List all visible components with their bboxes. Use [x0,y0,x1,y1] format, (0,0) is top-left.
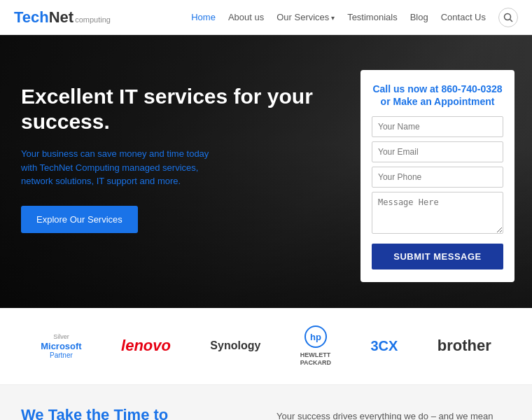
synology-logo: Synology [210,340,260,352]
form-title-text: Call us now at 860-740-0328 or Make an A… [372,83,502,107]
threecx-prefix: 3 [370,338,378,354]
hero-subtitle-highlight: IT support [94,176,137,186]
hero-title: Excellent IT services for your success. [21,84,340,134]
hero-content: Excellent IT services for your success. … [0,35,532,308]
nav-blog[interactable]: Blog [410,12,428,22]
bottom-title: We Take the Time to [21,406,255,420]
logo-tech: Tech [14,8,49,26]
search-button[interactable] [498,8,518,27]
main-nav: Home About us Our Services Testimonials … [191,8,518,27]
hp-logo: hp HEWLETT PACKARD [300,326,331,367]
hp-text1: HEWLETT [300,351,331,359]
hero-left: Excellent IT services for your success. … [21,70,340,233]
name-input[interactable] [372,116,503,137]
explore-services-button[interactable]: Explore Our Services [21,206,138,233]
logo-computing: computing [75,15,111,24]
threecx-suffix: CX [379,338,398,354]
microsoft-partner-text: Microsoft [41,341,82,351]
nav-testimonials[interactable]: Testimonials [347,12,398,22]
phone-input[interactable] [372,167,503,188]
partners-section: Silver Microsoft Partner lenovo Synology… [0,308,532,385]
message-input[interactable] [372,192,503,234]
bottom-left: We Take the Time to [21,406,255,420]
svg-point-0 [505,13,511,20]
brother-logo: brother [438,337,491,355]
hp-text: HEWLETT PACKARD [300,351,331,367]
bottom-body-text: Your success drives everything we do – a… [276,410,511,420]
synology-text: Synology [210,340,260,352]
lenovo-text: lenovo [121,337,171,355]
email-input[interactable] [372,141,503,162]
logo-net: Net [49,8,74,26]
microsoft-partner-sub-text: Partner [50,351,73,359]
form-title: Call us now at 860-740-0328 or Make an A… [372,83,503,108]
search-icon [503,13,513,22]
hp-circle-text: hp [310,332,321,342]
hero-section: Excellent IT services for your success. … [0,35,532,308]
nav-contact[interactable]: Contact Us [441,12,486,22]
hp-circle: hp [304,326,327,348]
nav-services[interactable]: Our Services [276,12,335,22]
threecx-logo: 3CX [370,338,398,354]
nav-home[interactable]: Home [191,12,216,22]
hero-subtitle-text2: and more. [137,176,181,186]
bottom-title-line1: We Take the Time to [21,406,168,420]
bottom-right: Your success drives everything we do – a… [276,406,511,420]
microsoft-silver-text: Silver [53,333,69,340]
submit-button[interactable]: SUBMIT MESSAGE [372,244,503,270]
nav-about[interactable]: About us [228,12,264,22]
microsoft-logo: Silver Microsoft Partner [41,333,82,359]
contact-form-box: Call us now at 860-740-0328 or Make an A… [360,70,514,282]
hero-subtitle: Your business can save money and time to… [21,147,217,188]
brother-text: brother [438,337,491,355]
bottom-section: We Take the Time to Your success drives … [0,385,532,420]
lenovo-logo: lenovo [121,337,171,355]
site-header: TechNet computing Home About us Our Serv… [0,0,532,35]
threecx-text: 3CX [370,338,398,354]
svg-line-1 [510,19,513,22]
logo[interactable]: TechNet computing [14,8,111,27]
hp-text2: PACKARD [300,359,331,367]
